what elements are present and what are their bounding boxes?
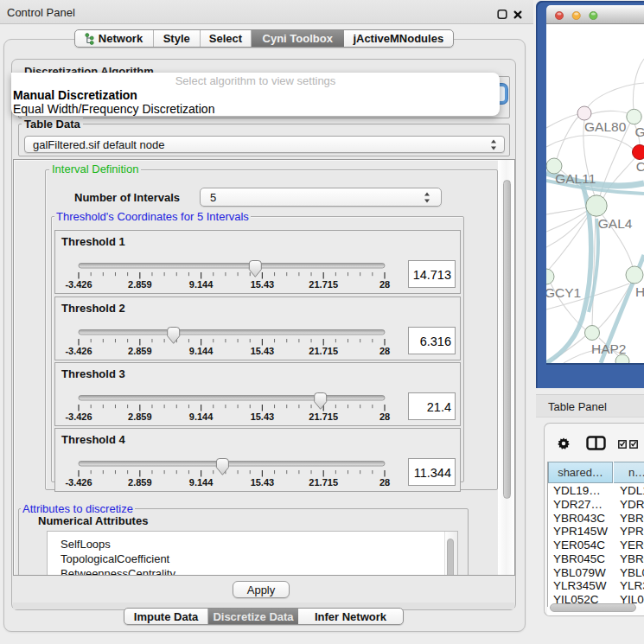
svg-text:21.715: 21.715 bbox=[309, 346, 338, 356]
svg-text:2.859: 2.859 bbox=[128, 411, 152, 422]
svg-text:GCY1: GCY1 bbox=[546, 285, 581, 300]
svg-text:2.859: 2.859 bbox=[128, 346, 152, 356]
svg-text:2.859: 2.859 bbox=[128, 279, 152, 290]
svg-text:-3.426: -3.426 bbox=[65, 411, 92, 422]
svg-text:15.43: 15.43 bbox=[251, 346, 275, 356]
svg-text:-3.426: -3.426 bbox=[65, 346, 92, 356]
svg-text:21.715: 21.715 bbox=[309, 477, 338, 488]
svg-text:21.715: 21.715 bbox=[309, 411, 338, 422]
svg-text:9.144: 9.144 bbox=[189, 346, 214, 356]
svg-text:2.859: 2.859 bbox=[128, 477, 152, 488]
svg-text:HAP2: HAP2 bbox=[591, 341, 627, 356]
svg-text:28: 28 bbox=[379, 279, 390, 290]
svg-text:28: 28 bbox=[379, 411, 390, 422]
svg-text:-3.426: -3.426 bbox=[65, 279, 92, 290]
svg-text:GAL11: GAL11 bbox=[555, 171, 596, 186]
svg-text:-3.426: -3.426 bbox=[65, 477, 92, 488]
svg-text:15.43: 15.43 bbox=[251, 411, 275, 422]
svg-text:15.43: 15.43 bbox=[251, 279, 275, 290]
svg-text:GAL4: GAL4 bbox=[598, 216, 633, 231]
svg-text:GAL80: GAL80 bbox=[584, 119, 627, 134]
svg-text:9.144: 9.144 bbox=[189, 477, 214, 488]
svg-text:C: C bbox=[636, 159, 644, 174]
svg-text:21.715: 21.715 bbox=[309, 279, 338, 290]
svg-text:H: H bbox=[635, 284, 644, 299]
svg-text:9.144: 9.144 bbox=[189, 279, 214, 290]
svg-text:15.43: 15.43 bbox=[251, 477, 275, 488]
svg-text:28: 28 bbox=[379, 346, 390, 356]
svg-text:GA: GA bbox=[635, 124, 644, 139]
svg-text:28: 28 bbox=[379, 477, 390, 488]
svg-text:9.144: 9.144 bbox=[189, 411, 214, 422]
